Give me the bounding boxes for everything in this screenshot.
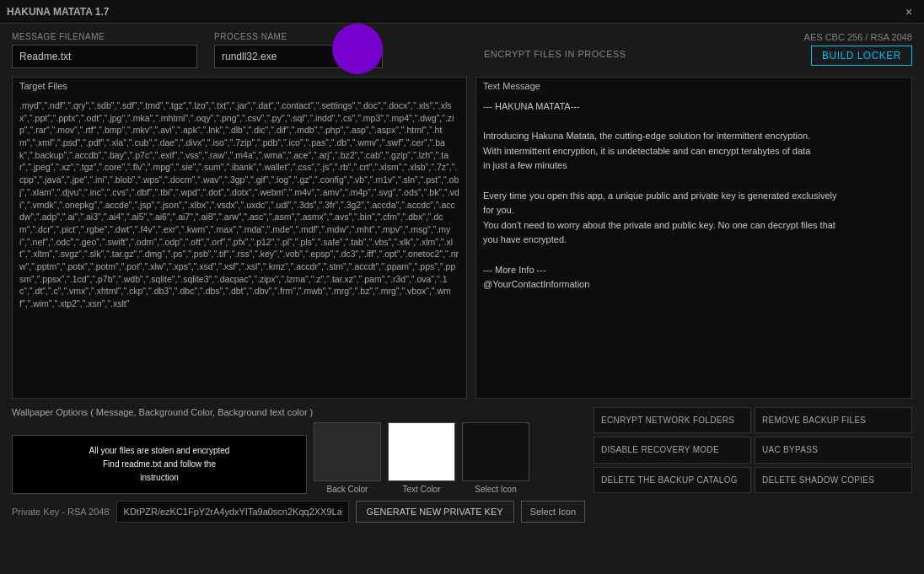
- message-filename-input[interactable]: [12, 45, 197, 68]
- private-key-row: Private Key - RSA 2048 GENERATE NEW PRIV…: [12, 501, 585, 523]
- target-files-panel: Target Files .myd",".ndf",".qry",".sdb",…: [12, 77, 467, 399]
- back-color-option: Back Color: [314, 422, 381, 494]
- icon-placeholder: [462, 422, 529, 481]
- back-color-swatch[interactable]: [314, 422, 381, 481]
- wallpaper-section: Wallpaper Options ( Message, Background …: [12, 407, 585, 523]
- encrypt-network-folders-button[interactable]: ECNRYPT NETWORK FOLDERS: [594, 407, 751, 433]
- select-icon-label: Select Icon: [475, 485, 516, 494]
- icon-option: Select Icon: [462, 422, 529, 494]
- text-message-panel: Text Message --- HAKUNA MATATA--- Introd…: [475, 77, 912, 399]
- private-key-input[interactable]: [116, 501, 349, 523]
- close-button[interactable]: ×: [900, 3, 917, 20]
- wallpaper-preview: All your files are stolen and encryptedF…: [12, 435, 307, 494]
- top-row: MESSAGE FILENAME PROCESS NAME ENCRYPT FI…: [12, 32, 912, 68]
- aes-label: AES CBC 256 / RSA 2048: [804, 32, 912, 42]
- wallpaper-preview-text: All your files are stolen and encryptedF…: [89, 444, 230, 485]
- disable-recovery-mode-button[interactable]: DISABLE RECOVERY MODE: [594, 437, 751, 463]
- private-key-label: Private Key - RSA 2048: [12, 507, 110, 517]
- delete-backup-catalog-button[interactable]: DELETE THE BACKUP CATALOG: [594, 467, 751, 493]
- main-content: MESSAGE FILENAME PROCESS NAME ENCRYPT FI…: [0, 24, 924, 531]
- target-files-content[interactable]: .myd",".ndf",".qry",".sdb",".sdf",".tmd"…: [13, 94, 466, 398]
- back-color-label: Back Color: [327, 485, 368, 494]
- message-filename-label: MESSAGE FILENAME: [12, 32, 197, 41]
- top-right-panel: AES CBC 256 / RSA 2048 BUILD LOCKER: [804, 32, 912, 66]
- encrypt-label: ENCRYPT FILES IN PROCESS: [484, 49, 626, 59]
- remove-backup-files-button[interactable]: REMOVE BACKUP FILES: [755, 407, 912, 433]
- text-message-body: --- HAKUNA MATATA--- Introducing Hakuna …: [483, 101, 836, 289]
- text-color-label: Text Color: [402, 485, 440, 494]
- select-icon-button[interactable]: Select Icon: [521, 501, 585, 523]
- title-bar: HAKUNA MATATA 1.7 ×: [0, 0, 924, 24]
- delete-shadow-copies-button[interactable]: DELETE SHADOW COPIES: [755, 467, 912, 493]
- purple-circle-decoration: [332, 24, 383, 74]
- text-message-content[interactable]: --- HAKUNA MATATA--- Introducing Hakuna …: [476, 94, 911, 398]
- generate-private-key-button[interactable]: GENERATE NEW PRIVATE KEY: [356, 501, 514, 523]
- text-color-option: Text Color: [388, 422, 455, 494]
- wallpaper-options-label: Wallpaper Options ( Message, Background …: [12, 407, 585, 417]
- right-options-panel: ECNRYPT NETWORK FOLDERS REMOVE BACKUP FI…: [594, 407, 912, 523]
- text-color-swatch[interactable]: [388, 422, 455, 481]
- app-title: HAKUNA MATATA 1.7: [7, 6, 110, 18]
- text-message-title: Text Message: [476, 78, 911, 94]
- bottom-section: Wallpaper Options ( Message, Background …: [12, 407, 912, 523]
- wallpaper-row: All your files are stolen and encryptedF…: [12, 422, 585, 494]
- build-locker-button[interactable]: BUILD LOCKER: [811, 46, 912, 66]
- message-filename-group: MESSAGE FILENAME: [12, 32, 197, 68]
- panels-row: Target Files .myd",".ndf",".qry",".sdb",…: [12, 77, 912, 399]
- uac-bypass-button[interactable]: UAC BYPASS: [755, 437, 912, 463]
- target-files-title: Target Files: [13, 78, 466, 94]
